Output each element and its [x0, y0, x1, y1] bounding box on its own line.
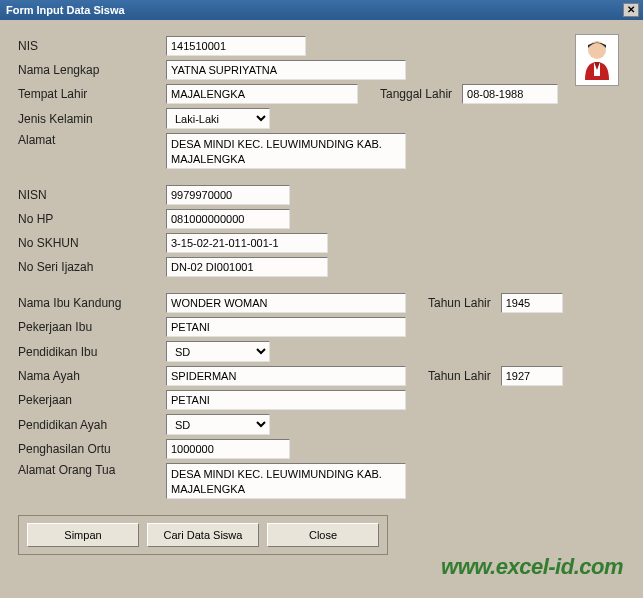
no-seri-ijazah-input[interactable]: [166, 257, 328, 277]
pekerjaan-ayah-input[interactable]: [166, 390, 406, 410]
nis-label: NIS: [18, 39, 166, 53]
jenis-kelamin-label: Jenis Kelamin: [18, 112, 166, 126]
nisn-input[interactable]: [166, 185, 290, 205]
nis-input[interactable]: [166, 36, 306, 56]
pekerjaan-ayah-label: Pekerjaan: [18, 393, 166, 407]
alamat-ortu-input[interactable]: DESA MINDI KEC. LEUWIMUNDING KAB. MAJALE…: [166, 463, 406, 499]
pendidikan-ayah-label: Pendidikan Ayah: [18, 418, 166, 432]
no-seri-ijazah-label: No Seri Ijazah: [18, 260, 166, 274]
tempat-lahir-label: Tempat Lahir: [18, 87, 166, 101]
button-bar: Simpan Cari Data Siswa Close: [18, 515, 388, 555]
simpan-button[interactable]: Simpan: [27, 523, 139, 547]
nama-ibu-input[interactable]: [166, 293, 406, 313]
tempat-lahir-input[interactable]: [166, 84, 358, 104]
nama-ayah-input[interactable]: [166, 366, 406, 386]
tanggal-lahir-label: Tanggal Lahir: [380, 87, 452, 101]
pekerjaan-ibu-label: Pekerjaan Ibu: [18, 320, 166, 334]
nama-lengkap-label: Nama Lengkap: [18, 63, 166, 77]
nama-ayah-label: Nama Ayah: [18, 369, 166, 383]
nama-ibu-label: Nama Ibu Kandung: [18, 296, 166, 310]
tanggal-lahir-input[interactable]: [462, 84, 558, 104]
title-bar: Form Input Data Siswa ✕: [0, 0, 643, 20]
tahun-lahir-ayah-input[interactable]: [501, 366, 563, 386]
pekerjaan-ibu-input[interactable]: [166, 317, 406, 337]
alamat-label: Alamat: [18, 133, 166, 147]
penghasilan-ortu-input[interactable]: [166, 439, 290, 459]
pendidikan-ayah-select[interactable]: SD: [166, 414, 270, 435]
tahun-lahir-ibu-label: Tahun Lahir: [428, 296, 491, 310]
nisn-label: NISN: [18, 188, 166, 202]
close-icon[interactable]: ✕: [623, 3, 639, 17]
no-skhun-label: No SKHUN: [18, 236, 166, 250]
watermark-text: www.excel-id.com: [441, 554, 623, 580]
jenis-kelamin-select[interactable]: Laki-Laki: [166, 108, 270, 129]
svg-point-0: [588, 41, 606, 59]
cari-data-siswa-button[interactable]: Cari Data Siswa: [147, 523, 259, 547]
form-body: NIS Nama Lengkap Tempat Lahir Tanggal La…: [0, 20, 643, 598]
no-hp-label: No HP: [18, 212, 166, 226]
no-skhun-input[interactable]: [166, 233, 328, 253]
person-icon: [577, 36, 617, 84]
window-title: Form Input Data Siswa: [6, 4, 125, 16]
close-button[interactable]: Close: [267, 523, 379, 547]
penghasilan-ortu-label: Penghasilan Ortu: [18, 442, 166, 456]
pendidikan-ibu-select[interactable]: SD: [166, 341, 270, 362]
alamat-input[interactable]: DESA MINDI KEC. LEUWIMUNDING KAB. MAJALE…: [166, 133, 406, 169]
no-hp-input[interactable]: [166, 209, 290, 229]
nama-lengkap-input[interactable]: [166, 60, 406, 80]
tahun-lahir-ayah-label: Tahun Lahir: [428, 369, 491, 383]
avatar: [575, 34, 619, 86]
pendidikan-ibu-label: Pendidikan Ibu: [18, 345, 166, 359]
tahun-lahir-ibu-input[interactable]: [501, 293, 563, 313]
alamat-ortu-label: Alamat Orang Tua: [18, 463, 166, 477]
